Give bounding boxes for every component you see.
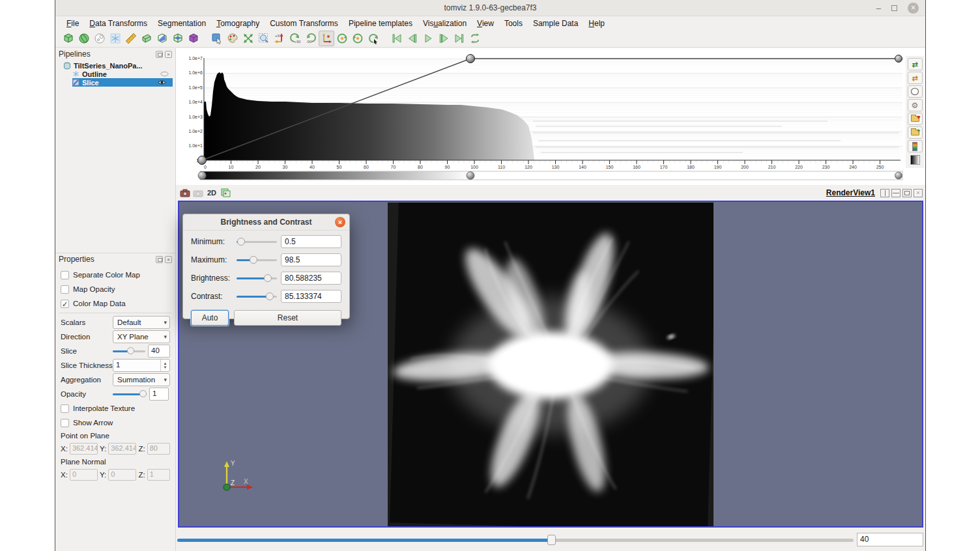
interpolate-texture-row[interactable]: Interpolate Texture [55,401,175,416]
minimize-button[interactable]: – [876,5,881,12]
colormap-data-checkbox[interactable]: ✓ [61,300,69,308]
menu-help[interactable]: Help [583,19,610,28]
point-x-field[interactable]: 362.414 [70,443,98,455]
spinner-arrows[interactable]: ▲▼ [160,360,169,371]
menu-data-transforms[interactable]: Data Transforms [84,19,152,28]
close-view-icon[interactable]: × [914,189,923,197]
close-dock-icon[interactable]: × [165,51,172,58]
histogram-chart[interactable]: 1.0e+7 1.0e+6 1.0e+5 1.0e+4 1.0e+3 1.0e+… [176,48,906,185]
reset-camera-icon[interactable] [240,31,256,46]
menu-tomography[interactable]: Tomography [211,19,265,28]
colormap-settings-button[interactable]: ⚙ [908,99,923,111]
colormap-gradient-bar[interactable] [200,171,902,180]
close-button[interactable]: × [908,3,919,14]
dialog-close-button[interactable]: × [335,217,345,227]
minimum-input[interactable]: 0.5 [281,235,341,248]
next-frame-icon[interactable] [436,31,452,46]
rotate-interactive-icon[interactable] [366,31,381,46]
last-frame-icon[interactable] [452,31,467,46]
image-stack-icon[interactable] [219,186,232,199]
reset-button[interactable]: Reset [234,310,341,326]
first-frame-icon[interactable] [389,31,405,46]
outline-module-icon[interactable] [61,31,76,46]
invert-colormap-button[interactable] [908,85,923,98]
save-preset-button[interactable]: + [908,126,923,139]
brightness-input[interactable]: 80.588235 [281,272,341,285]
custom-range-button[interactable]: ⇄ [908,72,923,84]
loop-icon[interactable] [467,31,483,46]
dialog-title-bar[interactable]: Brightness and Contrast × [183,214,349,231]
menu-file[interactable]: File [61,19,84,28]
split-horizontal-icon[interactable] [880,189,889,197]
maximize-view-icon[interactable] [902,189,912,197]
brightness-slider[interactable] [237,274,277,283]
point-y-field[interactable]: 362.414 [108,443,136,455]
current-colormap-button[interactable] [908,154,923,166]
colormap-handle-end[interactable] [895,172,902,179]
scalars-select[interactable]: Default ▾ [113,316,170,329]
volume-module-icon[interactable] [186,31,201,46]
save-screenshot-icon[interactable] [179,186,192,199]
preset-favorites-button[interactable]: ♥ [908,113,923,125]
orbit-camera-alt-icon[interactable] [350,31,366,46]
separate-colormap-row[interactable]: Separate Color Map [55,268,175,282]
toggle-2d-button[interactable]: 2D [205,189,219,197]
reset-range-button[interactable]: ⇄ [908,58,923,70]
point-z-field[interactable]: 80 [147,443,170,455]
zoom-to-box-icon[interactable] [256,31,272,46]
orbit-camera-icon[interactable] [334,31,350,46]
clip-module-icon[interactable] [139,31,154,46]
axis-gizmo-toggle[interactable] [319,31,334,46]
spin-down-icon[interactable]: ▼ [164,365,167,369]
close-dock-icon[interactable]: × [165,256,172,263]
slice-module-icon[interactable] [154,31,170,46]
colormap-data-row[interactable]: ✓ Color Map Data [55,296,175,311]
slice-position-input[interactable]: 40 [857,533,923,546]
visibility-off-icon[interactable] [160,71,169,77]
menu-custom-transforms[interactable]: Custom Transforms [265,19,343,28]
minimum-slider[interactable] [237,237,277,246]
contrast-input[interactable]: 85.133374 [281,290,341,303]
show-arrow-checkbox[interactable] [61,419,69,427]
render-view-label[interactable]: RenderView1 [826,188,875,197]
visibility-on-icon[interactable] [158,79,166,85]
opacity-slider[interactable] [113,389,147,399]
slice-thickness-input[interactable]: 1 ▲▼ [113,359,170,372]
normal-y-field[interactable]: 0 [108,469,136,481]
tree-item-outline[interactable]: Outline [72,70,175,78]
control-point-max[interactable] [467,55,475,63]
normal-z-field[interactable]: 1 [147,469,170,481]
contour-module-icon[interactable] [92,31,108,46]
auto-button[interactable]: Auto [191,310,229,326]
float-dock-icon[interactable] [156,256,163,263]
sphere-module-icon[interactable] [76,31,92,46]
menu-visualization[interactable]: Visualization [418,19,472,28]
menu-view[interactable]: View [472,19,499,28]
colormap-handle-min[interactable] [198,172,206,180]
reset-view-direction-icon[interactable]: +X [272,31,287,46]
maximum-input[interactable]: 98.5 [281,253,341,266]
camera-link-icon[interactable] [192,186,205,199]
float-dock-icon[interactable] [156,51,163,58]
tree-item-dataset[interactable]: TiltSeries_NanoPa... [63,61,175,70]
menu-segmentation[interactable]: Segmentation [152,19,211,28]
slice-slider[interactable] [113,346,145,356]
ruler-icon[interactable] [123,31,139,46]
orthogonal-slice-icon[interactable] [170,31,186,46]
colormap-handle-max[interactable] [467,172,474,180]
show-arrow-row[interactable]: Show Arrow [55,416,175,430]
menu-sample-data[interactable]: Sample Data [528,19,583,28]
slice-value-input[interactable]: 40 [148,345,170,358]
maximize-button[interactable] [891,5,897,11]
map-opacity-checkbox[interactable] [61,285,69,294]
previous-frame-icon[interactable] [405,31,420,46]
separate-colormap-checkbox[interactable] [61,271,69,279]
rotate-minus90-icon[interactable]: -90 [303,31,319,46]
contrast-slider[interactable] [237,292,277,301]
slice-position-slider[interactable] [176,534,854,546]
choose-colormap-button[interactable] [908,140,923,152]
snowflake-outline-icon[interactable] [108,31,123,46]
aggregation-select[interactable]: Summation ▾ [113,373,170,386]
opacity-value-input[interactable]: 1 [149,388,169,401]
title-bar[interactable]: tomviz 1.9.0-63-gecbea7f3 – × [55,0,925,16]
